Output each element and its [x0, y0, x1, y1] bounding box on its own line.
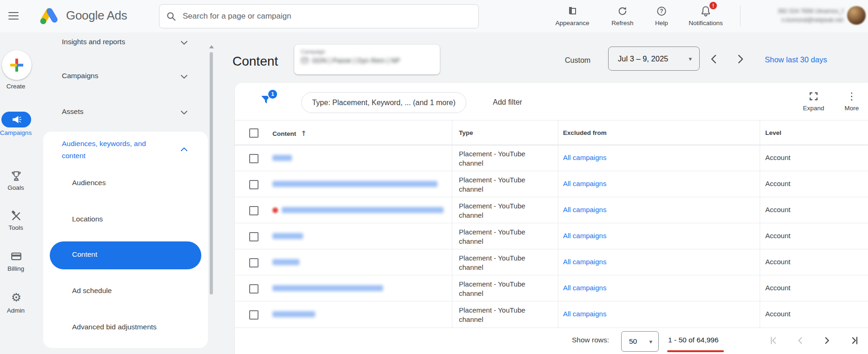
- rail-item-tools[interactable]: [10, 209, 23, 222]
- all-campaigns-link[interactable]: All campaigns: [563, 284, 606, 292]
- date-range-picker[interactable]: Jul 3 – 9, 2025 ▾: [608, 47, 700, 71]
- all-campaigns-link[interactable]: All campaigns: [563, 310, 606, 318]
- all-campaigns-link[interactable]: All campaigns: [563, 258, 606, 266]
- last-page-button[interactable]: [849, 335, 859, 346]
- rail-item-goals[interactable]: [10, 169, 23, 182]
- notifications-button[interactable]: ! Notifications: [678, 5, 734, 27]
- next-page-button[interactable]: [822, 335, 832, 346]
- search-input[interactable]: [182, 11, 472, 21]
- content-cell: [272, 181, 437, 187]
- all-campaigns-link[interactable]: All campaigns: [563, 232, 606, 240]
- show-rows-label: Show rows:: [572, 336, 609, 344]
- level-cell: Account: [765, 180, 790, 187]
- row-checkbox[interactable]: [249, 310, 258, 320]
- add-filter-button[interactable]: Add filter: [493, 98, 522, 107]
- row-checkbox[interactable]: [249, 284, 258, 294]
- redacted-content-link[interactable]: [272, 233, 303, 239]
- table-body: Placement - YouTube channel All campaign…: [235, 145, 868, 327]
- all-campaigns-link[interactable]: All campaigns: [563, 154, 606, 161]
- filter-button[interactable]: 1: [260, 94, 281, 110]
- subnav-item-campaigns[interactable]: Campaigns: [43, 67, 208, 86]
- level-cell: Account: [765, 310, 790, 318]
- caret-down-icon: ▾: [689, 55, 692, 62]
- column-header-level[interactable]: Level: [765, 129, 782, 136]
- rows-per-page-value: 50: [629, 337, 637, 346]
- appearance-icon: [551, 5, 594, 17]
- previous-period-button[interactable]: [710, 54, 717, 64]
- menu-icon[interactable]: [8, 12, 20, 21]
- subnav-item-ad-schedule[interactable]: Ad schedule: [50, 281, 201, 302]
- help-icon: ?: [647, 5, 676, 17]
- subnav-label: Ad schedule: [72, 287, 112, 295]
- rail-item-admin[interactable]: ⚙: [10, 291, 23, 304]
- scrollbar-thumb[interactable]: [210, 52, 213, 294]
- create-label: Create: [0, 83, 44, 90]
- redacted-content-link[interactable]: [272, 285, 383, 291]
- show-last-30-days-link[interactable]: Show last 30 days: [765, 55, 827, 64]
- subnav-item-content-selected[interactable]: Content: [50, 241, 201, 269]
- tools-icon: [10, 210, 22, 222]
- date-range-value: Jul 3 – 9, 2025: [618, 54, 668, 63]
- google-ads-logo-icon: [39, 6, 60, 25]
- redacted-content-link[interactable]: [282, 207, 444, 213]
- redacted-content-link[interactable]: [272, 311, 315, 317]
- global-search: [159, 4, 479, 28]
- row-checkbox[interactable]: [249, 232, 258, 241]
- scrollbar-up-arrow[interactable]: [209, 45, 214, 48]
- create-button[interactable]: [2, 50, 32, 80]
- level-cell: Account: [765, 258, 790, 266]
- rows-per-page-select[interactable]: 50 ▾: [621, 331, 659, 352]
- redacted-content-link[interactable]: [272, 181, 437, 187]
- excluded-from-cell: All campaigns: [563, 154, 606, 161]
- column-header-excluded-from[interactable]: Excluded from: [563, 129, 607, 136]
- subnav-item-insights-and-reports[interactable]: Insights and reports: [43, 33, 208, 52]
- date-mode-label: Custom: [565, 56, 590, 65]
- previous-page-button[interactable]: [795, 335, 806, 346]
- google-ads-logo[interactable]: Google Ads: [39, 6, 127, 25]
- expand-button[interactable]: Expand: [795, 91, 832, 112]
- all-campaigns-link[interactable]: All campaigns: [563, 180, 606, 187]
- excluded-from-cell: All campaigns: [563, 310, 606, 318]
- row-checkbox[interactable]: [249, 258, 258, 267]
- avatar[interactable]: [847, 6, 866, 25]
- refresh-button[interactable]: Refresh: [603, 5, 642, 27]
- filter-count-badge: 1: [267, 89, 278, 100]
- help-button[interactable]: ? Help: [647, 5, 676, 27]
- content-table-card: 1 Type: Placement, Keyword, ... (and 1 m…: [235, 83, 868, 354]
- refresh-icon: [603, 5, 642, 17]
- active-filter-chip[interactable]: Type: Placement, Keyword, ... (and 1 mor…: [301, 92, 466, 113]
- subnav-item-assets[interactable]: Assets: [43, 103, 208, 122]
- type-cell: Placement - YouTube channel: [459, 254, 545, 272]
- appearance-label: Appearance: [551, 20, 594, 27]
- column-header-type[interactable]: Type: [459, 129, 473, 136]
- rail-item-billing[interactable]: [10, 250, 23, 263]
- appearance-button[interactable]: Appearance: [551, 5, 594, 27]
- refresh-label: Refresh: [603, 20, 642, 27]
- select-all-checkbox[interactable]: [249, 128, 258, 138]
- column-header-content[interactable]: Content↑: [272, 129, 307, 138]
- rail-item-campaigns[interactable]: [1, 112, 31, 127]
- redacted-content-link[interactable]: [272, 155, 292, 161]
- row-checkbox[interactable]: [249, 206, 258, 215]
- table-footer: Show rows: 50 ▾ 1 - 50 of 64,996: [235, 327, 868, 354]
- more-button[interactable]: ⋮ More: [833, 91, 868, 112]
- subnav-label: Insights and reports: [62, 38, 125, 46]
- campaign-scope-chip[interactable]: Campaign GDN | Paxoe | Dyn Rem | NP: [294, 45, 440, 74]
- all-campaigns-link[interactable]: All campaigns: [563, 206, 606, 214]
- next-period-button[interactable]: [737, 54, 744, 64]
- subnav-item-locations[interactable]: Locations: [50, 210, 201, 230]
- first-page-button[interactable]: [769, 335, 779, 346]
- subnav-label: Content: [72, 250, 97, 259]
- type-cell: Placement - YouTube channel: [459, 306, 545, 324]
- subnav-item-advanced-bid-adjustments[interactable]: Advanced bid adjustments: [50, 318, 201, 338]
- row-checkbox[interactable]: [249, 154, 258, 163]
- table-row: Placement - YouTube channel All campaign…: [235, 249, 868, 275]
- product-name: Google Ads: [66, 8, 127, 23]
- admin-label: Admin: [0, 307, 44, 314]
- redacted-content-link[interactable]: [272, 259, 299, 265]
- row-checkbox[interactable]: [249, 180, 258, 189]
- chevron-up-icon: [181, 147, 187, 151]
- subnav-label: Audiences: [72, 179, 106, 187]
- subnav-item-audiences[interactable]: Audiences: [50, 174, 201, 194]
- account-info[interactable]: 392 024 7656 Ukrarnox_f n.komoral@netpea…: [744, 7, 843, 25]
